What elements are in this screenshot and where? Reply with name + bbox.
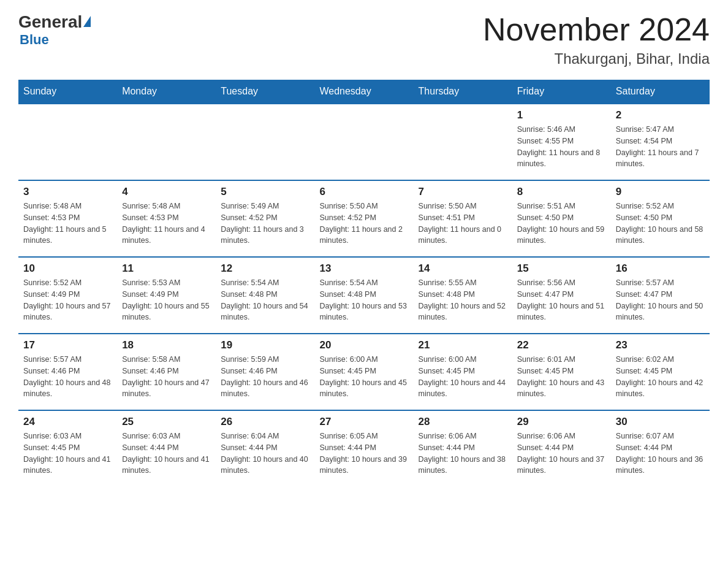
calendar-cell: 21Sunrise: 6:00 AMSunset: 4:45 PMDayligh… — [414, 334, 512, 410]
day-number: 14 — [419, 262, 507, 275]
day-info: Sunrise: 5:55 AMSunset: 4:48 PMDaylight:… — [419, 277, 507, 323]
day-info: Sunrise: 6:00 AMSunset: 4:45 PMDaylight:… — [319, 354, 408, 400]
day-info: Sunrise: 5:52 AMSunset: 4:49 PMDaylight:… — [23, 277, 112, 323]
day-of-week-header: Monday — [117, 80, 216, 104]
calendar-cell: 26Sunrise: 6:04 AMSunset: 4:44 PMDayligh… — [216, 410, 314, 486]
day-number: 8 — [517, 186, 606, 198]
calendar-cell: 29Sunrise: 6:06 AMSunset: 4:44 PMDayligh… — [512, 410, 611, 486]
title-area: November 2024 Thakurganj, Bihar, India — [483, 12, 710, 67]
calendar-cell: 30Sunrise: 6:07 AMSunset: 4:44 PMDayligh… — [611, 410, 710, 486]
calendar-cell: 22Sunrise: 6:01 AMSunset: 4:45 PMDayligh… — [512, 334, 611, 410]
calendar-table: SundayMondayTuesdayWednesdayThursdayFrid… — [18, 80, 710, 486]
day-number: 25 — [122, 416, 211, 428]
calendar-cell: 11Sunrise: 5:53 AMSunset: 4:49 PMDayligh… — [117, 257, 216, 334]
day-number: 18 — [122, 339, 211, 351]
calendar-cell — [117, 104, 216, 180]
calendar-cell — [18, 104, 117, 180]
day-number: 15 — [517, 262, 606, 275]
day-info: Sunrise: 6:03 AMSunset: 4:45 PMDaylight:… — [23, 431, 112, 477]
day-info: Sunrise: 5:46 AMSunset: 4:55 PMDaylight:… — [517, 124, 606, 170]
calendar-cell: 24Sunrise: 6:03 AMSunset: 4:45 PMDayligh… — [18, 410, 117, 486]
calendar-cell: 6Sunrise: 5:50 AMSunset: 4:52 PMDaylight… — [314, 180, 413, 257]
calendar-cell: 18Sunrise: 5:58 AMSunset: 4:46 PMDayligh… — [117, 334, 216, 410]
day-number: 3 — [23, 186, 112, 198]
day-info: Sunrise: 6:06 AMSunset: 4:44 PMDaylight:… — [517, 431, 606, 477]
day-number: 22 — [517, 339, 606, 351]
day-of-week-header: Sunday — [18, 80, 117, 104]
day-info: Sunrise: 5:47 AMSunset: 4:54 PMDaylight:… — [616, 124, 705, 170]
day-info: Sunrise: 5:58 AMSunset: 4:46 PMDaylight:… — [122, 354, 211, 400]
day-info: Sunrise: 5:48 AMSunset: 4:53 PMDaylight:… — [122, 201, 211, 247]
logo: General — [18, 12, 91, 32]
day-info: Sunrise: 5:59 AMSunset: 4:46 PMDaylight:… — [221, 354, 309, 400]
calendar-body: 1Sunrise: 5:46 AMSunset: 4:55 PMDaylight… — [18, 104, 710, 486]
calendar-week-row: 1Sunrise: 5:46 AMSunset: 4:55 PMDaylight… — [18, 104, 710, 180]
day-number: 28 — [419, 416, 507, 428]
header: General Blue November 2024 Thakurganj, B… — [18, 12, 710, 67]
day-number: 30 — [616, 416, 705, 428]
day-number: 23 — [616, 339, 705, 351]
day-of-week-header: Wednesday — [314, 80, 413, 104]
calendar-cell: 20Sunrise: 6:00 AMSunset: 4:45 PMDayligh… — [314, 334, 413, 410]
calendar-cell: 17Sunrise: 5:57 AMSunset: 4:46 PMDayligh… — [18, 334, 117, 410]
day-info: Sunrise: 5:49 AMSunset: 4:52 PMDaylight:… — [221, 201, 309, 247]
day-info: Sunrise: 5:56 AMSunset: 4:47 PMDaylight:… — [517, 277, 606, 323]
calendar-cell: 13Sunrise: 5:54 AMSunset: 4:48 PMDayligh… — [314, 257, 413, 334]
day-info: Sunrise: 5:57 AMSunset: 4:47 PMDaylight:… — [616, 277, 705, 323]
day-number: 12 — [221, 262, 309, 275]
day-number: 10 — [23, 262, 112, 275]
day-number: 20 — [319, 339, 408, 351]
calendar-cell: 2Sunrise: 5:47 AMSunset: 4:54 PMDaylight… — [611, 104, 710, 180]
day-of-week-header: Tuesday — [216, 80, 314, 104]
calendar-cell: 3Sunrise: 5:48 AMSunset: 4:53 PMDaylight… — [18, 180, 117, 257]
calendar-cell: 5Sunrise: 5:49 AMSunset: 4:52 PMDaylight… — [216, 180, 314, 257]
logo-area: General Blue — [18, 12, 91, 48]
day-number: 26 — [221, 416, 309, 428]
calendar-cell: 4Sunrise: 5:48 AMSunset: 4:53 PMDaylight… — [117, 180, 216, 257]
day-info: Sunrise: 6:02 AMSunset: 4:45 PMDaylight:… — [616, 354, 705, 400]
calendar-cell: 1Sunrise: 5:46 AMSunset: 4:55 PMDaylight… — [512, 104, 611, 180]
day-number: 11 — [122, 262, 211, 275]
day-info: Sunrise: 6:07 AMSunset: 4:44 PMDaylight:… — [616, 431, 705, 477]
calendar-cell: 10Sunrise: 5:52 AMSunset: 4:49 PMDayligh… — [18, 257, 117, 334]
day-number: 7 — [419, 186, 507, 198]
calendar-cell: 25Sunrise: 6:03 AMSunset: 4:44 PMDayligh… — [117, 410, 216, 486]
calendar-cell — [314, 104, 413, 180]
calendar-cell: 19Sunrise: 5:59 AMSunset: 4:46 PMDayligh… — [216, 334, 314, 410]
calendar-cell: 8Sunrise: 5:51 AMSunset: 4:50 PMDaylight… — [512, 180, 611, 257]
day-number: 17 — [23, 339, 112, 351]
calendar-week-row: 24Sunrise: 6:03 AMSunset: 4:45 PMDayligh… — [18, 410, 710, 486]
day-info: Sunrise: 5:48 AMSunset: 4:53 PMDaylight:… — [23, 201, 112, 247]
day-info: Sunrise: 5:53 AMSunset: 4:49 PMDaylight:… — [122, 277, 211, 323]
day-info: Sunrise: 5:50 AMSunset: 4:52 PMDaylight:… — [319, 201, 408, 247]
days-of-week-row: SundayMondayTuesdayWednesdayThursdayFrid… — [18, 80, 710, 104]
calendar-cell: 16Sunrise: 5:57 AMSunset: 4:47 PMDayligh… — [611, 257, 710, 334]
calendar-title: November 2024 — [483, 12, 710, 47]
day-number: 19 — [221, 339, 309, 351]
day-info: Sunrise: 5:50 AMSunset: 4:51 PMDaylight:… — [419, 201, 507, 247]
day-number: 13 — [319, 262, 408, 275]
day-number: 4 — [122, 186, 211, 198]
calendar-cell: 7Sunrise: 5:50 AMSunset: 4:51 PMDaylight… — [414, 180, 512, 257]
calendar-cell: 12Sunrise: 5:54 AMSunset: 4:48 PMDayligh… — [216, 257, 314, 334]
calendar-cell: 27Sunrise: 6:05 AMSunset: 4:44 PMDayligh… — [314, 410, 413, 486]
day-info: Sunrise: 6:01 AMSunset: 4:45 PMDaylight:… — [517, 354, 606, 400]
day-number: 1 — [517, 109, 606, 121]
day-info: Sunrise: 6:06 AMSunset: 4:44 PMDaylight:… — [419, 431, 507, 477]
day-number: 24 — [23, 416, 112, 428]
day-info: Sunrise: 6:00 AMSunset: 4:45 PMDaylight:… — [419, 354, 507, 400]
logo-blue-text: Blue — [20, 32, 49, 48]
calendar-cell: 28Sunrise: 6:06 AMSunset: 4:44 PMDayligh… — [414, 410, 512, 486]
day-number: 2 — [616, 109, 705, 121]
day-number: 9 — [616, 186, 705, 198]
day-info: Sunrise: 6:03 AMSunset: 4:44 PMDaylight:… — [122, 431, 211, 477]
calendar-header: SundayMondayTuesdayWednesdayThursdayFrid… — [18, 80, 710, 104]
day-of-week-header: Saturday — [611, 80, 710, 104]
logo-triangle-icon — [83, 16, 91, 27]
day-of-week-header: Friday — [512, 80, 611, 104]
day-number: 21 — [419, 339, 507, 351]
calendar-cell: 9Sunrise: 5:52 AMSunset: 4:50 PMDaylight… — [611, 180, 710, 257]
calendar-cell — [414, 104, 512, 180]
day-number: 5 — [221, 186, 309, 198]
calendar-cell: 14Sunrise: 5:55 AMSunset: 4:48 PMDayligh… — [414, 257, 512, 334]
